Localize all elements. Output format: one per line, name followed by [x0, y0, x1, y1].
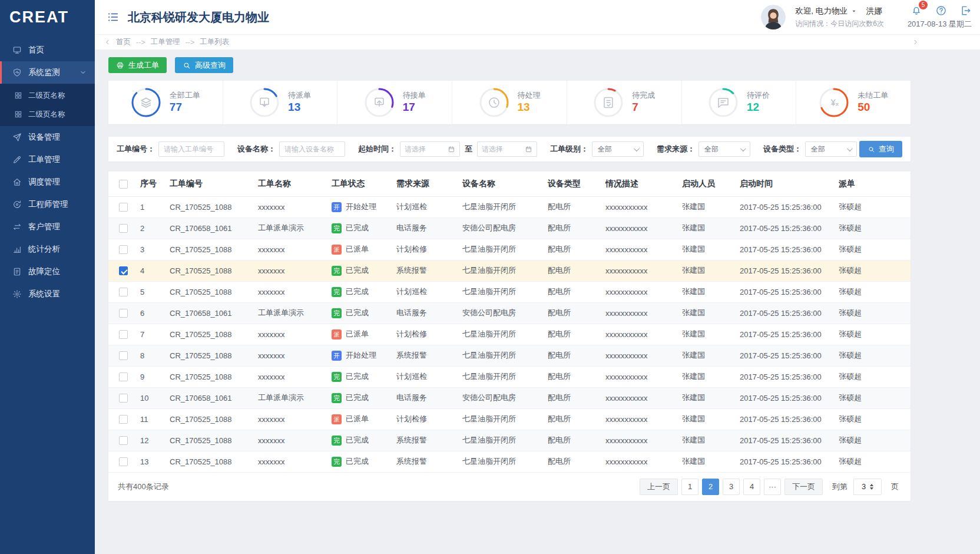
cell-demand-source: 计划巡检	[389, 196, 455, 217]
device-name-input[interactable]	[279, 141, 345, 157]
avatar[interactable]	[761, 5, 786, 29]
breadcrumb-item-workorder[interactable]: 工单管理	[151, 37, 180, 47]
table-row[interactable]: 10 CR_170658_1061 工单派单演示 完已完成 电话服务 安德公司配…	[108, 387, 911, 408]
stat-card-to-complete[interactable]: 待完成 7	[567, 81, 682, 124]
table-row[interactable]: 8 CR_170525_1088 xxxxxxx 开开始处理 系统报警 七星油脂…	[108, 345, 911, 366]
row-checkbox[interactable]	[119, 288, 128, 296]
sidebar-subitem-secondary-page-2[interactable]: 二级页名称	[0, 105, 95, 124]
stat-card-to-accept[interactable]: 待接单 17	[337, 81, 452, 124]
sidebar-item-system-settings[interactable]: 系统设置	[0, 283, 95, 305]
row-checkbox[interactable]	[119, 394, 128, 403]
cell-dispatcher: 张硕超	[832, 366, 911, 387]
next-page-button[interactable]: 下一页	[784, 479, 823, 495]
sidebar-item-dispatch-management[interactable]: 调度管理	[0, 171, 95, 193]
goto-page-input[interactable]: 3	[853, 479, 882, 495]
advanced-search-button[interactable]: 高级查询	[175, 57, 233, 73]
table-row[interactable]: 5 CR_170525_1088 xxxxxxx 完已完成 计划巡检 七星油脂开…	[108, 281, 911, 302]
page-number-button[interactable]: 2	[702, 479, 719, 495]
page-number-button[interactable]: 3	[723, 479, 740, 495]
notification-bell-icon[interactable]: 5	[911, 5, 922, 17]
order-level-select[interactable]: 全部	[592, 141, 644, 157]
row-checkbox[interactable]	[119, 415, 128, 424]
sidebar-item-fault-location[interactable]: 故障定位	[0, 260, 95, 283]
logout-icon[interactable]	[960, 5, 972, 17]
row-checkbox[interactable]	[119, 309, 128, 318]
prev-page-button[interactable]: 上一页	[640, 479, 678, 495]
row-checkbox[interactable]	[119, 203, 128, 212]
sidebar-item-home[interactable]: 首页	[0, 39, 95, 61]
cell-index: 9	[133, 366, 163, 387]
select-all-checkbox[interactable]	[119, 180, 128, 189]
row-checkbox[interactable]	[119, 436, 128, 445]
row-checkbox[interactable]	[119, 351, 128, 360]
row-checkbox[interactable]	[119, 245, 128, 254]
cell-description: xxxxxxxxxxx	[598, 302, 675, 324]
stat-card-to-dispatch[interactable]: 待派单 13	[223, 81, 338, 124]
breadcrumb-forward-icon[interactable]	[912, 39, 919, 45]
range-to-label: 至	[465, 144, 472, 154]
sidebar-item-device-management[interactable]: 设备管理	[0, 126, 95, 149]
user-dropdown-caret-icon[interactable]	[851, 8, 857, 14]
calendar-icon[interactable]	[525, 146, 532, 153]
table-row[interactable]: 4 CR_170525_1088 xxxxxxx 完已完成 系统报警 七星油脂开…	[108, 260, 911, 281]
menu-toggle-icon[interactable]	[107, 11, 120, 24]
help-icon[interactable]	[935, 5, 947, 17]
end-date-picker[interactable]: 请选择	[477, 141, 537, 157]
table-row[interactable]: 12 CR_170525_1088 xxxxxxx 完已完成 系统报警 七星油脂…	[108, 430, 911, 451]
generate-order-button[interactable]: 生成工单	[108, 57, 167, 73]
page-number-button[interactable]: 1	[681, 479, 698, 495]
row-checkbox[interactable]	[119, 224, 128, 233]
table-row[interactable]: 11 CR_170525_1088 xxxxxxx 派已派单 计划检修 七星油脂…	[108, 408, 911, 430]
status-badge: 完	[332, 372, 342, 382]
breadcrumb-item-home[interactable]: 首页	[116, 37, 131, 47]
table-row[interactable]: 13 CR_170525_1088 xxxxxxx 完已完成 系统报警 七星油脂…	[108, 451, 911, 472]
stat-card-to-process[interactable]: 待处理 13	[452, 81, 567, 124]
stat-card-all-orders[interactable]: 全部工单 77	[108, 81, 223, 124]
demand-source-select[interactable]: 全部	[698, 141, 750, 157]
sidebar-item-system-monitor[interactable]: 系统监测	[0, 61, 95, 84]
page-stepper-icon[interactable]	[870, 484, 873, 490]
search-button[interactable]: 查询	[859, 141, 902, 157]
cell-device-name: 七星油脂开闭所	[455, 196, 541, 217]
stat-card-to-evaluate[interactable]: 待评价 12	[682, 81, 797, 124]
calendar-icon[interactable]	[448, 146, 455, 153]
breadcrumb-back-icon[interactable]	[104, 39, 111, 45]
row-checkbox[interactable]	[119, 266, 128, 275]
cell-start-time: 2017-05-25 15:25:36:00	[733, 260, 832, 281]
status-badge: 完	[332, 393, 342, 403]
order-no-input[interactable]	[158, 141, 224, 157]
cell-demand-source: 电话服务	[389, 302, 455, 324]
sidebar-item-statistics-analysis[interactable]: 统计分析	[0, 238, 95, 260]
filter-order-no: 工单编号：	[117, 141, 224, 157]
cell-description: xxxxxxxxxxx	[598, 387, 675, 408]
sidebar-item-workorder-management[interactable]: 工单管理	[0, 149, 95, 171]
page-number-button[interactable]: 4	[743, 479, 760, 495]
table-row[interactable]: 6 CR_170658_1061 工单派单演示 完已完成 电话服务 安德公司配电…	[108, 302, 911, 324]
row-checkbox[interactable]	[119, 330, 128, 339]
row-checkbox[interactable]	[119, 372, 128, 381]
table-row[interactable]: 9 CR_170525_1088 xxxxxxx 完已完成 计划巡检 七星油脂开…	[108, 366, 911, 387]
cell-device-name: 七星油脂开闭所	[455, 239, 541, 260]
table-row[interactable]: 3 CR_170525_1088 xxxxxxx 派已派单 计划检修 七星油脂开…	[108, 239, 911, 260]
stat-card-unclosed-orders[interactable]: 未结工单 50	[796, 81, 911, 124]
stat-ring	[593, 87, 624, 118]
sidebar-item-customer-management[interactable]: 客户管理	[0, 216, 95, 238]
sidebar-item-engineer-management[interactable]: 工程师管理	[0, 193, 95, 216]
table-row[interactable]: 1 CR_170525_1088 xxxxxxx 开开始处理 计划巡检 七星油脂…	[108, 196, 911, 217]
column-header: 设备类型	[541, 172, 598, 196]
cell-starter: 张建国	[675, 302, 733, 324]
page-number-button[interactable]: ···	[764, 479, 781, 495]
filter-time-range: 起始时间： 请选择 至 请选择	[358, 141, 537, 157]
cell-order-name: 工单派单演示	[251, 302, 325, 324]
cell-start-time: 2017-05-25 15:25:36:00	[733, 366, 832, 387]
cell-start-time: 2017-05-25 15:25:36:00	[733, 302, 832, 324]
device-type-select[interactable]: 全部	[805, 141, 857, 157]
row-checkbox[interactable]	[119, 457, 128, 466]
table-row[interactable]: 7 CR_170525_1088 xxxxxxx 派已派单 计划检修 七星油脂开…	[108, 324, 911, 345]
breadcrumb-item-current: 工单列表	[200, 37, 229, 47]
sidebar-subitem-secondary-page-1[interactable]: 二级页名称	[0, 86, 95, 105]
filter-order-level: 工单级别： 全部	[550, 141, 644, 157]
cell-device-type: 配电所	[541, 260, 598, 281]
table-row[interactable]: 2 CR_170658_1061 工单派单演示 完已完成 电话服务 安德公司配电…	[108, 217, 911, 239]
start-date-picker[interactable]: 请选择	[400, 141, 460, 157]
